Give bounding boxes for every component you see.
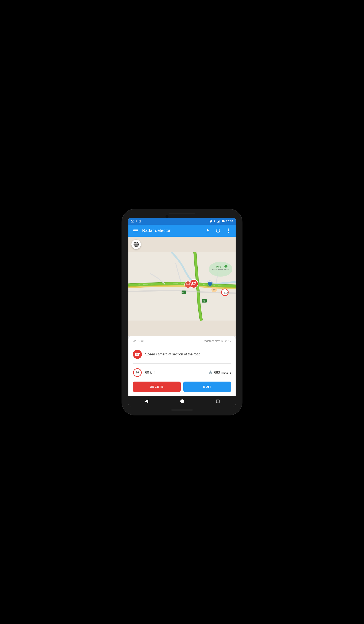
svg-text:9: 9	[182, 291, 183, 293]
svg-rect-4	[218, 221, 219, 223]
svg-rect-8	[224, 221, 225, 222]
svg-rect-54	[216, 400, 219, 403]
svg-rect-13	[206, 232, 209, 232]
svg-text:90: 90	[213, 288, 215, 291]
camera-icon-container: CAMERA	[133, 350, 142, 359]
camera-svg-icon: CAMERA	[135, 352, 140, 357]
phone-device: ↻	[122, 209, 242, 415]
home-button[interactable]	[180, 399, 184, 403]
globe-button[interactable]	[131, 240, 141, 249]
svg-rect-33	[195, 282, 196, 283]
speed-distance-row: 60 60 kmh 683 meters	[133, 365, 231, 380]
globe-icon	[133, 242, 139, 247]
svg-point-17	[228, 232, 229, 233]
time-display: 12:08	[226, 219, 233, 223]
status-right-icons: 12:08	[210, 219, 233, 223]
home-icon	[180, 399, 184, 403]
map-svg: Park Zorrilla de San Martín ▲ 110 90	[129, 237, 235, 336]
battery-icon	[222, 220, 225, 222]
svg-marker-52	[144, 399, 148, 403]
svg-rect-12	[133, 232, 138, 232]
svg-rect-9	[222, 220, 224, 222]
speed-limit-sign: 60	[133, 368, 142, 377]
svg-text:CAMERA: CAMERA	[135, 356, 139, 357]
speed-display: 60 kmh	[145, 371, 156, 374]
camera-type-row: CAMERA Speed camera at section of the ro…	[133, 347, 231, 362]
signal-icon	[217, 220, 220, 223]
svg-rect-5	[219, 220, 220, 223]
svg-rect-37	[182, 290, 186, 294]
svg-text:110: 110	[224, 291, 228, 294]
wifi-icon	[213, 220, 216, 222]
app-title: Radar detector	[142, 228, 201, 233]
phone-speaker	[169, 213, 195, 214]
gmail-icon	[131, 220, 134, 223]
svg-text:Zorrilla de San Martín: Zorrilla de San Martín	[212, 268, 229, 270]
more-button[interactable]	[224, 227, 232, 234]
updated-date: Updated: Nov 12, 2017	[203, 339, 231, 342]
status-left-icons: ↻	[131, 220, 141, 223]
divider-2	[133, 363, 231, 364]
edit-button[interactable]: EDIT	[183, 382, 231, 392]
record-id: #281590	[133, 339, 144, 342]
svg-text:27: 27	[203, 300, 205, 302]
svg-point-15	[228, 229, 229, 230]
map-area[interactable]: Park Zorrilla de San Martín ▲ 110 90	[129, 237, 235, 336]
camera-type-text: Speed camera at section of the road	[145, 352, 200, 356]
download-button[interactable]	[204, 227, 211, 234]
svg-rect-50	[135, 354, 135, 354]
navigation-icon	[208, 370, 212, 375]
app-bar: Radar detector	[129, 225, 235, 237]
svg-point-32	[193, 282, 195, 284]
card-action-buttons: DELETE EDIT	[133, 382, 231, 392]
bottom-card: #281590 Updated: Nov 12, 2017	[129, 336, 235, 396]
svg-point-36	[187, 283, 189, 285]
distance-display: 683 meters	[214, 371, 231, 374]
clipboard-icon	[139, 220, 141, 223]
bottom-nav	[129, 396, 235, 406]
card-header: #281590 Updated: Nov 12, 2017	[133, 339, 231, 342]
svg-text:Park: Park	[216, 265, 221, 268]
recents-button[interactable]	[216, 400, 220, 403]
delete-button[interactable]: DELETE	[133, 382, 181, 392]
status-bar: ↻	[129, 218, 235, 225]
svg-rect-2	[139, 220, 140, 221]
svg-rect-11	[133, 230, 138, 231]
svg-point-53	[180, 399, 184, 403]
speed-limit-number: 60	[136, 371, 139, 374]
recents-icon	[216, 400, 220, 403]
menu-button[interactable]	[132, 227, 140, 234]
svg-point-16	[228, 230, 229, 231]
speed-camera-icon: CAMERA	[133, 350, 142, 359]
back-icon	[144, 399, 148, 403]
divider-1	[133, 345, 231, 345]
svg-rect-49	[138, 353, 140, 354]
svg-point-24	[208, 282, 212, 286]
phone-screen: ↻	[129, 218, 235, 406]
svg-text:▲: ▲	[225, 266, 227, 268]
distance-group: 683 meters	[208, 370, 231, 375]
svg-rect-6	[220, 220, 220, 223]
svg-point-48	[136, 354, 138, 355]
svg-rect-3	[217, 222, 218, 223]
speed-sign-container: 60	[133, 368, 142, 377]
bottom-speaker	[171, 409, 193, 411]
sync-icon: ↻	[136, 220, 137, 222]
history-button[interactable]	[214, 227, 222, 234]
svg-rect-10	[133, 229, 138, 230]
back-button[interactable]	[144, 399, 148, 403]
location-icon	[210, 220, 212, 223]
